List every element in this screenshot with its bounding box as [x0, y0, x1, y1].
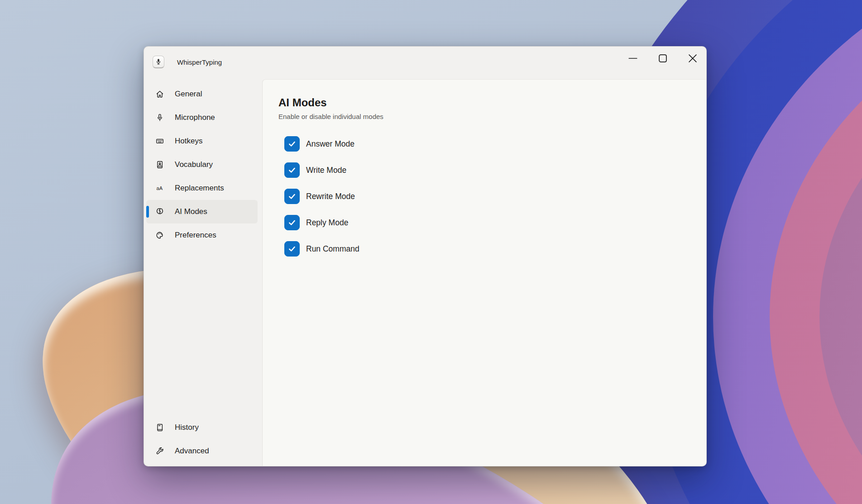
- checkmark-icon: [287, 218, 297, 227]
- minimize-icon: [628, 54, 635, 61]
- titlebar[interactable]: WhisperTyping: [144, 47, 706, 79]
- checkmark-icon: [287, 166, 297, 175]
- checkbox-answer-mode[interactable]: [284, 136, 300, 152]
- checkbox-reply-mode[interactable]: [284, 215, 300, 230]
- brain-icon: [155, 207, 164, 216]
- checkbox-rewrite-mode[interactable]: [284, 189, 300, 204]
- content-pane: AI Modes Enable or disable individual mo…: [262, 79, 706, 466]
- mode-row-write-mode[interactable]: Write Mode: [284, 162, 688, 178]
- keyboard-icon: [155, 137, 164, 146]
- mode-row-answer-mode[interactable]: Answer Mode: [284, 136, 688, 152]
- checkmark-icon: [287, 139, 297, 148]
- sidebar-item-hotkeys[interactable]: Hotkeys: [146, 129, 258, 153]
- mode-row-run-command[interactable]: Run Command: [284, 241, 688, 257]
- maximize-icon: [658, 54, 665, 61]
- app-icon: [153, 56, 164, 68]
- page-title: AI Modes: [278, 96, 688, 109]
- sidebar-item-vocabulary[interactable]: Vocabulary: [146, 153, 258, 176]
- page-subtitle: Enable or disable individual modes: [278, 112, 688, 121]
- checkbox-run-command[interactable]: [284, 241, 300, 257]
- mode-row-rewrite-mode[interactable]: Rewrite Mode: [284, 189, 688, 204]
- sidebar-item-general[interactable]: General: [146, 82, 258, 106]
- sidebar-item-microphone[interactable]: Microphone: [146, 106, 258, 129]
- sidebar-item-advanced[interactable]: Advanced: [146, 439, 258, 463]
- sidebar-item-replacements[interactable]: Replacements: [146, 176, 258, 200]
- sidebar-item-ai-modes[interactable]: AI Modes: [146, 200, 258, 223]
- microphone-icon: [155, 58, 162, 66]
- close-icon: [688, 54, 695, 61]
- palette-icon: [155, 231, 164, 240]
- app-window: WhisperTyping General Micr: [144, 46, 707, 466]
- history-book-icon: [155, 423, 164, 432]
- window-button-minimize[interactable]: [617, 48, 646, 67]
- checkmark-icon: [287, 244, 297, 253]
- replace-text-icon: [155, 184, 164, 193]
- vocabulary-book-icon: [155, 160, 164, 169]
- window-body: General Microphone Hotkeys Vocabulary Re…: [144, 79, 706, 466]
- microphone-icon: [155, 113, 164, 122]
- caption-buttons: [617, 48, 706, 67]
- home-icon: [155, 90, 164, 99]
- sidebar: General Microphone Hotkeys Vocabulary Re…: [144, 79, 262, 466]
- checkbox-write-mode[interactable]: [284, 162, 300, 178]
- window-title: WhisperTyping: [177, 58, 222, 66]
- wrench-icon: [155, 447, 164, 456]
- mode-row-reply-mode[interactable]: Reply Mode: [284, 215, 688, 230]
- window-button-close[interactable]: [676, 48, 706, 67]
- sidebar-item-preferences[interactable]: Preferences: [146, 223, 258, 247]
- sidebar-item-history[interactable]: History: [146, 416, 258, 439]
- sidebar-main-group: General Microphone Hotkeys Vocabulary Re…: [146, 82, 258, 247]
- window-button-maximize[interactable]: [646, 48, 676, 67]
- ai-modes-list: Answer Mode Write Mode: [284, 136, 688, 257]
- checkmark-icon: [287, 192, 297, 201]
- sidebar-footer-group: History Advanced: [146, 416, 258, 463]
